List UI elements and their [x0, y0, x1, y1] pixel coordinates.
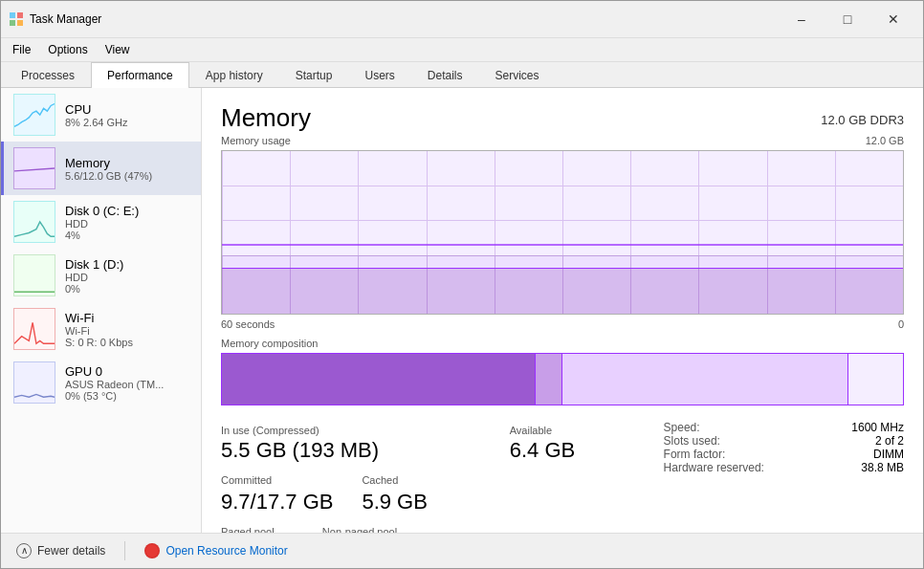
fewer-details-button[interactable]: ∧ Fewer details	[16, 543, 105, 558]
non-paged-pool-stat: Non-paged pool 261 MB	[322, 522, 397, 533]
maximize-button[interactable]: □	[825, 7, 869, 32]
sidebar-item-disk1[interactable]: Disk 1 (D:) HDD 0%	[1, 249, 201, 302]
open-resource-monitor-button[interactable]: Open Resource Monitor	[144, 543, 287, 558]
cached-label: Cached	[362, 474, 427, 486]
composition-label: Memory composition	[221, 338, 904, 349]
disk0-sub2: 4%	[65, 230, 139, 241]
memory-chart-container	[221, 150, 904, 315]
disk1-mini-chart	[13, 254, 55, 296]
chart-lower-fill	[222, 268, 903, 314]
tab-users[interactable]: Users	[348, 62, 410, 88]
available-stat: Available 6.4 GB	[510, 421, 654, 467]
tab-details[interactable]: Details	[411, 62, 479, 88]
chevron-up-icon: ∧	[16, 543, 32, 558]
svg-rect-0	[10, 12, 15, 18]
tab-app-history[interactable]: App history	[189, 62, 279, 88]
svg-rect-4	[14, 95, 55, 135]
tab-performance[interactable]: Performance	[91, 62, 189, 88]
composition-bar	[221, 353, 904, 405]
memory-label: Memory	[65, 156, 152, 170]
tab-processes[interactable]: Processes	[5, 62, 91, 88]
task-manager-window: Task Manager – □ ✕ File Options View Pro…	[0, 0, 924, 569]
bottom-bar: ∧ Fewer details Open Resource Monitor	[1, 533, 923, 568]
hw-reserved-value: 38.8 MB	[861, 461, 904, 474]
memory-info: Memory 5.6/12.0 GB (47%)	[65, 156, 152, 182]
sidebar-item-cpu[interactable]: CPU 8% 2.64 GHz	[1, 88, 201, 142]
form-label: Form factor:	[664, 448, 726, 461]
available-value: 6.4 GB	[510, 438, 654, 463]
hw-reserved-label: Hardware reserved:	[664, 461, 764, 474]
max-label: 12.0 GB	[866, 135, 904, 146]
menu-view[interactable]: View	[98, 40, 138, 59]
paged-pool-stat: Paged pool 763 MB	[221, 522, 294, 533]
committed-value: 9.7/17.7 GB	[221, 490, 333, 514]
close-button[interactable]: ✕	[871, 7, 915, 32]
wifi-sub1: Wi-Fi	[65, 325, 133, 337]
time-right: 0	[898, 318, 904, 330]
main-header: Memory 12.0 GB DDR3	[221, 103, 904, 133]
speed-row: Speed: 1600 MHz	[664, 421, 904, 434]
wifi-label: Wi-Fi	[65, 311, 133, 325]
chart-time: 60 seconds 0	[221, 318, 904, 330]
svg-rect-1	[17, 12, 23, 18]
sidebar-item-wifi[interactable]: Wi-Fi Wi-Fi S: 0 R: 0 Kbps	[1, 302, 201, 356]
disk0-mini-chart	[13, 201, 55, 243]
paged-pool-label: Paged pool	[221, 526, 294, 533]
in-use-label: In use (Compressed)	[221, 425, 510, 436]
menu-file[interactable]: File	[5, 40, 38, 59]
in-use-value: 5.5 GB (193 MB)	[221, 438, 510, 463]
chart-upper	[222, 151, 903, 256]
sidebar-item-memory[interactable]: Memory 5.6/12.0 GB (47%)	[1, 142, 201, 195]
menu-options[interactable]: Options	[40, 40, 95, 59]
disk0-label: Disk 0 (C: E:)	[65, 204, 139, 218]
memory-sub: 5.6/12.0 GB (47%)	[65, 170, 152, 182]
gpu-label: GPU 0	[65, 364, 164, 379]
resource-monitor-link[interactable]: Open Resource Monitor	[165, 544, 287, 558]
bottom-divider	[124, 541, 125, 560]
disk1-label: Disk 1 (D:)	[65, 257, 123, 272]
slots-label: Slots used:	[664, 434, 720, 448]
main-spec: 12.0 GB DDR3	[821, 103, 904, 127]
fewer-details-label: Fewer details	[37, 544, 105, 558]
info-grid: Speed: 1600 MHz Slots used: 2 of 2 Form …	[654, 421, 904, 533]
non-paged-pool-label: Non-paged pool	[322, 526, 397, 533]
chart-grid-horizontal	[222, 151, 903, 255]
disk1-sub2: 0%	[65, 283, 123, 295]
wifi-mini-chart	[13, 308, 55, 350]
window-controls: – □ ✕	[780, 7, 915, 32]
cpu-info: CPU 8% 2.64 GHz	[65, 102, 127, 128]
usage-label: Memory usage	[221, 135, 291, 146]
svg-rect-3	[17, 20, 23, 26]
cpu-sub: 8% 2.64 GHz	[65, 117, 127, 128]
sidebar-item-gpu[interactable]: GPU 0 ASUS Radeon (TM... 0% (53 °C)	[1, 356, 201, 409]
disk1-sub1: HDD	[65, 272, 123, 283]
in-use-stat: In use (Compressed) 5.5 GB (193 MB)	[221, 421, 510, 467]
menu-bar: File Options View	[1, 38, 923, 62]
speed-value: 1600 MHz	[851, 421, 904, 434]
tab-services[interactable]: Services	[479, 62, 556, 88]
minimize-button[interactable]: –	[780, 7, 824, 32]
wifi-info: Wi-Fi Wi-Fi S: 0 R: 0 Kbps	[65, 311, 133, 348]
stats-right: Available 6.4 GB	[510, 421, 654, 533]
time-left: 60 seconds	[221, 318, 275, 330]
committed-stat: Committed 9.7/17.7 GB	[221, 471, 333, 518]
disk1-info: Disk 1 (D:) HDD 0%	[65, 257, 123, 295]
cpu-mini-chart	[13, 94, 55, 136]
svg-rect-2	[10, 20, 15, 26]
title-bar: Task Manager – □ ✕	[1, 1, 923, 38]
cpu-label: CPU	[65, 102, 127, 117]
slots-row: Slots used: 2 of 2	[664, 434, 904, 448]
tab-bar: Processes Performance App history Startu…	[1, 62, 923, 88]
form-value: DIMM	[873, 448, 904, 461]
cached-stat: Cached 5.9 GB	[362, 471, 427, 518]
sidebar-item-disk0[interactable]: Disk 0 (C: E:) HDD 4%	[1, 195, 201, 249]
gpu-sub1: ASUS Radeon (TM...	[65, 379, 164, 390]
chart-header: Memory usage 12.0 GB	[221, 135, 904, 146]
speed-label: Speed:	[664, 421, 700, 434]
disk0-sub1: HDD	[65, 218, 139, 230]
tab-startup[interactable]: Startup	[279, 62, 349, 88]
svg-rect-8	[14, 255, 55, 295]
hw-reserved-row: Hardware reserved: 38.8 MB	[664, 461, 904, 474]
gpu-info: GPU 0 ASUS Radeon (TM... 0% (53 °C)	[65, 364, 164, 402]
cached-value: 5.9 GB	[362, 490, 427, 514]
